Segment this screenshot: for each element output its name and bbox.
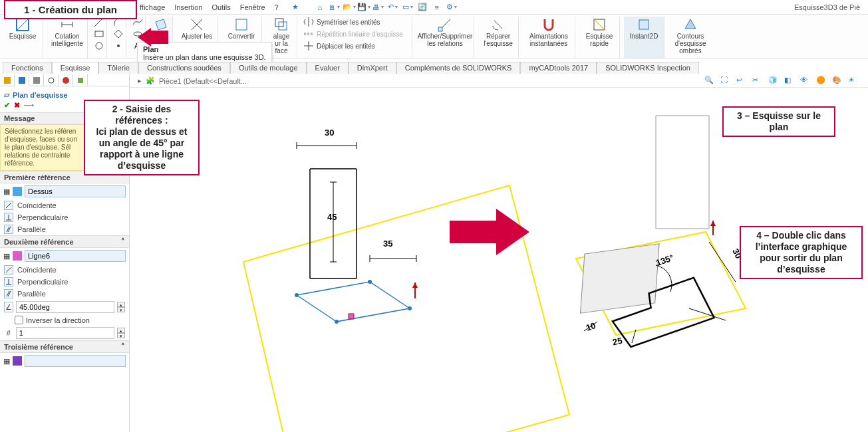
ref3-input[interactable] xyxy=(25,355,126,367)
rel-parallel[interactable]: Parallèle xyxy=(0,223,129,235)
tab-tolerie[interactable]: Tôlerie xyxy=(98,62,138,74)
rect-icon[interactable] xyxy=(94,29,104,39)
display-style-icon[interactable]: ◧ xyxy=(784,76,795,86)
render-icon[interactable]: ☀ xyxy=(848,76,859,86)
shaded-icon xyxy=(682,17,698,33)
home-icon[interactable]: ⌂ xyxy=(315,2,325,13)
new-icon[interactable]: 🗎 xyxy=(329,2,340,13)
section-icon[interactable]: ✂ xyxy=(752,76,763,86)
ribbon-label: alage ur la face xyxy=(273,33,289,54)
select-icon[interactable]: ▭ xyxy=(402,2,413,13)
svg-point-19 xyxy=(49,78,54,83)
rel-perpendicular[interactable]: Perpendiculaire xyxy=(0,211,129,223)
count-input[interactable] xyxy=(16,327,114,339)
move-icon[interactable] xyxy=(303,41,314,51)
pin-button[interactable]: —• xyxy=(24,101,34,110)
menu-item[interactable]: Outils xyxy=(212,3,231,11)
print-icon[interactable]: 🖶 xyxy=(373,2,384,13)
spin-buttons[interactable]: ▴▾ xyxy=(117,328,125,338)
point-icon[interactable] xyxy=(113,41,124,51)
menu-item[interactable]: Insertion xyxy=(174,3,202,11)
pm-ref3-field: ▦ xyxy=(0,353,129,369)
ref1-input[interactable] xyxy=(25,185,126,197)
zoom-area-icon[interactable]: ⛶ xyxy=(720,76,731,86)
svg-point-20 xyxy=(63,77,69,84)
ribbon-rapide[interactable]: Esquisse rapide xyxy=(579,17,620,58)
view-orient-icon[interactable]: 🧊 xyxy=(768,76,779,86)
hide-show-icon[interactable]: 👁 xyxy=(800,76,811,86)
svg-rect-17 xyxy=(19,77,25,84)
rel-parallel-2[interactable]: Parallèle xyxy=(0,288,129,300)
tab-moulage[interactable]: Outils de moulage xyxy=(230,62,307,74)
ok-button[interactable]: ✔ xyxy=(4,101,10,110)
ribbon-cotation[interactable]: Cotation intelligente xyxy=(47,17,88,58)
tab-soudees[interactable]: Constructions soudées xyxy=(138,62,230,74)
pm-tab-extra[interactable] xyxy=(73,74,88,86)
ribbon-instant2d[interactable]: Instant2D xyxy=(624,17,664,58)
tab-evaluer[interactable]: Evaluer xyxy=(307,62,349,74)
rel-coincident[interactable]: Coïncidente xyxy=(0,199,129,211)
callout-1: 1 - Création du plan xyxy=(4,0,137,19)
tab-mycad[interactable]: myCADtools 2017 xyxy=(520,62,597,74)
save-icon[interactable]: 💾 xyxy=(359,2,369,13)
scene-icon[interactable]: 🎨 xyxy=(832,76,843,86)
appearance-icon[interactable]: 🟠 xyxy=(816,76,827,86)
circle-icon[interactable] xyxy=(94,41,104,51)
tree-expand-icon[interactable]: ▸ xyxy=(138,76,142,85)
tab-complements[interactable]: Compléments de SOLIDWORKS xyxy=(396,62,521,74)
ribbon-esquisse[interactable]: Esquisse xyxy=(3,17,43,58)
ref2-input[interactable] xyxy=(25,250,126,262)
ribbon-aimants[interactable]: Aimantations instantanées xyxy=(523,17,575,58)
open-icon[interactable]: 📂 xyxy=(344,2,355,13)
cancel-button[interactable]: ✖ xyxy=(14,101,20,110)
pm-ref3-heading[interactable]: Troisième référence˄ xyxy=(0,340,129,353)
ribbon-line-tools[interactable] xyxy=(92,17,107,58)
prev-view-icon[interactable]: ↩ xyxy=(736,76,747,86)
poly-icon[interactable] xyxy=(113,29,124,39)
rebuild-icon[interactable]: 🔄 xyxy=(417,2,428,13)
ribbon-label[interactable]: Symétriser les entités xyxy=(317,19,380,26)
menu-item[interactable]: ? xyxy=(275,3,279,11)
tab-fonctions[interactable]: Fonctions xyxy=(3,62,52,74)
ribbon-relations[interactable]: Afficher/Supprimer les relations xyxy=(416,17,474,58)
svg-rect-7 xyxy=(236,19,247,30)
menu-item[interactable]: Fenêtre xyxy=(240,3,265,11)
invert-check[interactable]: Inverser la direction xyxy=(0,314,129,326)
pm-tab-feature[interactable] xyxy=(0,74,15,86)
tab-esquisse[interactable]: Esquisse xyxy=(52,62,99,74)
pm-tab-display[interactable] xyxy=(59,74,73,86)
spin-buttons[interactable]: ▴▾ xyxy=(117,302,125,312)
svg-marker-3 xyxy=(114,30,122,38)
pm-ref2-heading[interactable]: Deuxième référence˄ xyxy=(0,235,129,248)
menu-item[interactable]: ffichage xyxy=(140,3,165,11)
pm-tab-dim[interactable] xyxy=(44,74,59,86)
linear-pattern-icon xyxy=(303,29,314,39)
angle-input[interactable] xyxy=(16,301,114,313)
pm-tab-config[interactable] xyxy=(29,74,44,86)
ribbon-label[interactable]: Déplacer les entités xyxy=(317,43,375,50)
search-icon[interactable]: ★ xyxy=(292,3,299,11)
rel-perpendicular-2[interactable]: Perpendiculaire xyxy=(0,276,129,288)
angle-spin: ∠ ▴▾ xyxy=(0,300,129,314)
options-icon[interactable]: ≡ xyxy=(432,2,442,13)
collapse-icon[interactable]: ˄ xyxy=(121,342,125,351)
pm-tab-property[interactable] xyxy=(15,74,29,86)
pm-ref1-field: ▦ xyxy=(0,183,129,199)
tab-inspection[interactable]: SOLIDWORKS Inspection xyxy=(597,62,699,74)
zoom-fit-icon[interactable]: 🔍 xyxy=(704,76,715,86)
collapse-icon[interactable]: ˄ xyxy=(121,237,125,246)
ribbon-reparer[interactable]: Réparer l'esquisse xyxy=(478,17,519,58)
ribbon-contours[interactable]: Contours d'esquisse ombrés xyxy=(668,17,712,58)
big-red-arrow xyxy=(450,209,529,255)
undo-icon[interactable]: ↶ xyxy=(388,2,398,13)
mirror-icon[interactable] xyxy=(303,17,314,27)
document-bar: ▸ 🧩 Pièce1 (Default<<Default... 🔍 ⛶ ↩ ✂ … xyxy=(130,74,868,88)
rel-coincident-2[interactable]: Coïncidente xyxy=(0,264,129,276)
part-icon: 🧩 xyxy=(146,76,155,85)
svg-rect-13 xyxy=(438,27,442,31)
ribbon-arc-tools[interactable] xyxy=(111,17,126,58)
invert-checkbox[interactable] xyxy=(15,316,23,324)
tab-dimxpert[interactable]: DimXpert xyxy=(349,62,396,74)
document-name: Pièce1 (Default<<Default... xyxy=(159,77,247,85)
settings-icon[interactable]: ⚙ xyxy=(446,2,457,13)
